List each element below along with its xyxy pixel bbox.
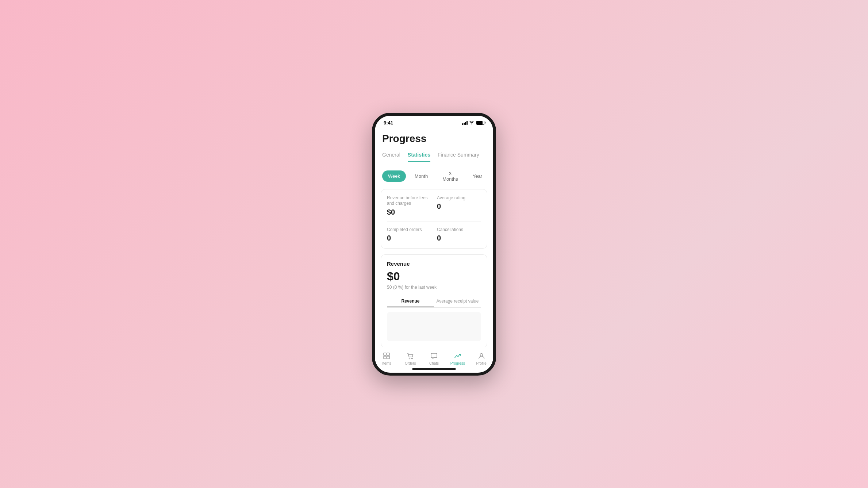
revenue-card: Revenue $0 $0 (0 %) for the last week Re… [381,254,487,346]
cancellations-stat: Cancellations 0 [437,227,481,243]
revenue-tab-revenue[interactable]: Revenue [387,296,434,307]
orders-icon [406,351,415,360]
revenue-card-title: Revenue [387,261,481,267]
average-rating-label: Average rating [437,195,481,201]
revenue-chart [387,312,481,341]
period-year[interactable]: Year [467,170,488,182]
wifi-icon [469,120,474,125]
battery-icon [476,121,484,125]
nav-profile[interactable]: Profile [469,350,493,367]
page-title: Progress [375,127,493,149]
phone-screen: 9:41 [375,116,493,373]
average-rating-value: 0 [437,202,481,211]
svg-rect-1 [387,353,389,356]
revenue-value: $0 [387,208,431,216]
tab-finance[interactable]: Finance Summary [438,149,479,162]
revenue-label: Revenue before fees and charges [387,195,431,207]
orders-label: Orders [405,361,416,365]
tab-statistics[interactable]: Statistics [408,149,430,162]
completed-orders-label: Completed orders [387,227,431,233]
period-3months[interactable]: 3 Months [437,168,464,185]
revenue-stat: Revenue before fees and charges $0 [387,195,431,216]
svg-rect-6 [431,353,437,358]
items-label: Items [382,361,391,365]
items-icon [382,351,391,360]
profile-label: Profile [476,361,486,365]
status-time: 9:41 [384,120,393,126]
nav-items[interactable]: Items [375,350,399,367]
content-area: Progress General Statistics Finance Summ… [375,127,493,347]
nav-chats[interactable]: Chats [422,350,446,367]
period-selector: Week Month 3 Months Year [375,162,493,189]
stats-card: Revenue before fees and charges $0 Avera… [381,189,487,249]
svg-point-7 [480,353,483,356]
revenue-card-subtitle: $0 (0 %) for the last week [387,285,481,290]
completed-orders-stat: Completed orders 0 [387,227,431,243]
cancellations-value: 0 [437,234,481,242]
svg-point-5 [412,358,413,359]
svg-rect-3 [387,356,389,359]
status-bar: 9:41 [375,116,493,127]
nav-orders[interactable]: Orders [399,350,422,367]
signal-icon [462,121,468,125]
profile-icon [477,351,486,360]
svg-rect-2 [384,356,386,359]
phone-frame: 9:41 [372,113,496,376]
chats-label: Chats [429,361,439,365]
tab-general[interactable]: General [382,149,400,162]
home-indicator [412,368,456,370]
main-tabs: General Statistics Finance Summary [375,149,493,162]
nav-progress[interactable]: Progress [446,350,469,367]
stats-divider [387,222,481,222]
period-month[interactable]: Month [409,170,434,182]
svg-point-4 [409,358,410,359]
progress-icon [453,351,462,360]
completed-orders-value: 0 [387,234,431,242]
revenue-tabs: Revenue Average receipt value [387,296,481,308]
revenue-card-amount: $0 [387,270,481,283]
revenue-tab-average[interactable]: Average receipt value [434,296,481,307]
progress-label: Progress [450,361,465,365]
svg-rect-0 [384,353,386,356]
period-week[interactable]: Week [382,170,406,182]
average-rating-stat: Average rating 0 [437,195,481,216]
status-icons [462,120,484,125]
chats-icon [430,351,438,360]
cancellations-label: Cancellations [437,227,481,233]
